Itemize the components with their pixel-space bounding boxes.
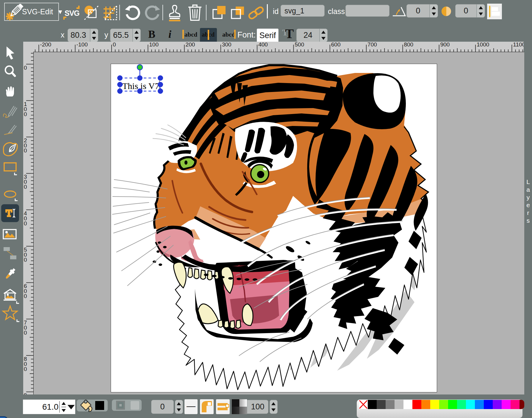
- svg-text:9: 9: [24, 392, 27, 394]
- svg-text:0: 0: [24, 293, 27, 299]
- svg-text:SVG: SVG: [65, 9, 79, 17]
- svg-text:0: 0: [24, 65, 27, 71]
- svg-text:0: 0: [24, 330, 27, 336]
- svg-text:100: 100: [149, 42, 159, 48]
- svg-text:1000: 1000: [477, 42, 489, 48]
- svg-text:600: 600: [331, 42, 341, 48]
- svg-text:1100: 1100: [513, 42, 524, 48]
- svg-text:0: 0: [113, 42, 116, 48]
- svg-text:700: 700: [367, 42, 377, 48]
- svg-text:-100: -100: [76, 42, 88, 48]
- svg-text:0: 0: [24, 147, 27, 154]
- svg-text:0: 0: [24, 220, 27, 227]
- svg-text:500: 500: [295, 42, 304, 48]
- svg-text:0: 0: [24, 366, 27, 372]
- svg-text:300: 300: [222, 42, 231, 48]
- svg-text:200: 200: [186, 42, 195, 48]
- svg-text:800: 800: [404, 42, 413, 48]
- svg-text:-200: -200: [40, 42, 51, 48]
- svg-text:0: 0: [24, 111, 27, 117]
- svg-text:0: 0: [24, 257, 27, 263]
- svg-text:900: 900: [440, 42, 450, 48]
- svg-text:400: 400: [258, 42, 268, 48]
- svg-text:0: 0: [24, 184, 27, 190]
